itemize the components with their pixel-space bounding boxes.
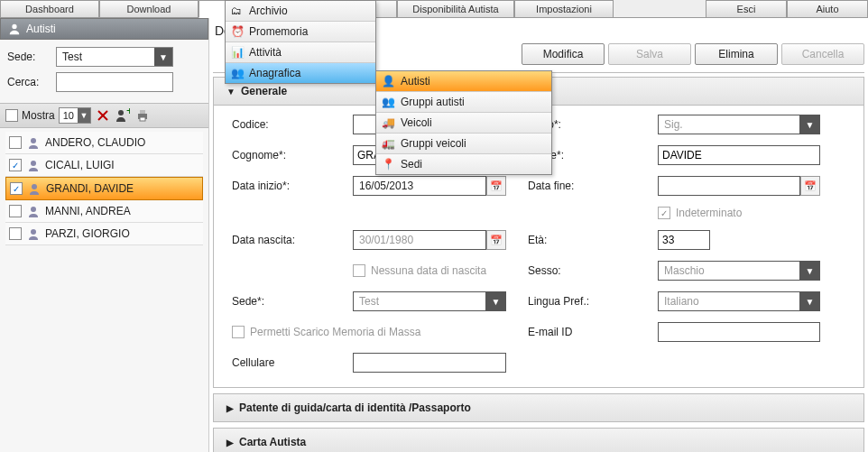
select-all-checkbox[interactable]: [5, 109, 18, 122]
activity-icon: 📊: [231, 46, 244, 59]
modifica-button[interactable]: Modifica: [522, 43, 605, 65]
section-title: Patente di guida/carta di identità /Pass…: [239, 401, 471, 414]
submenu-label: Gruppi veicoli: [401, 137, 466, 150]
list-item[interactable]: PARZI, GIORGIO: [5, 223, 203, 245]
archive-icon: 🗂: [231, 5, 244, 17]
cognome-label: Cognome*:: [232, 149, 331, 161]
calendar-icon[interactable]: 📅: [800, 176, 820, 196]
driver-name: PARZI, GIORGIO: [45, 227, 130, 240]
codice-label: Codice:: [232, 118, 331, 131]
data-inizio-input[interactable]: 16/05/2013 📅: [353, 176, 506, 196]
sede-select[interactable]: Test ▼: [56, 47, 173, 67]
elimina-button[interactable]: Elimina: [695, 43, 778, 65]
chevron-right-icon: ▶: [226, 403, 234, 413]
sede-form-select[interactable]: Test ▼: [353, 291, 506, 311]
sidebar-title-text: Autisti: [26, 23, 56, 35]
menu-label: Anagrafica: [249, 67, 300, 79]
nessuna-nascita-checkbox[interactable]: Nessuna data di nascita: [353, 264, 506, 277]
svg-point-10: [32, 184, 37, 189]
section-patente-header[interactable]: ▶ Patente di guida/carta di identità /Pa…: [213, 393, 864, 422]
submenu-item-gruppi-veicoli[interactable]: 🚛 Gruppi veicoli: [376, 133, 551, 153]
sede-value: Test: [57, 48, 154, 66]
list-checkbox[interactable]: ✓: [10, 182, 23, 195]
list-item[interactable]: ✓ CICALI, LUIGI: [5, 154, 203, 177]
tab-dashboard[interactable]: Dashboard: [0, 0, 99, 18]
cancella-button[interactable]: Cancella: [781, 43, 864, 65]
titolo-select[interactable]: Sig. ▼: [658, 115, 820, 134]
user-icon: [27, 159, 40, 171]
nome-input[interactable]: [658, 145, 820, 165]
sesso-select[interactable]: Maschio ▼: [658, 261, 820, 281]
cellulare-label: Cellulare: [232, 356, 331, 369]
sidebar-toolbar: Mostra 10 ▼ +: [0, 103, 208, 128]
eta-input[interactable]: [658, 230, 710, 250]
permetti-label: Permetti Scarico Memoria di Massa: [250, 326, 420, 338]
mostra-select[interactable]: 10 ▼: [59, 107, 91, 124]
delete-icon[interactable]: [95, 107, 111, 124]
menu-label: Promemoria: [249, 25, 308, 38]
list-checkbox[interactable]: [9, 205, 22, 217]
pin-icon: 📍: [382, 158, 395, 171]
submenu-item-gruppi-autisti[interactable]: 👥 Gruppi autisti: [376, 91, 551, 112]
sede-label: Sede:: [7, 51, 49, 63]
chevron-down-icon: ▼: [800, 291, 820, 311]
section-carta-header[interactable]: ▶ Carta Autista: [213, 428, 864, 452]
svg-rect-7: [140, 117, 145, 121]
tab-aiuto[interactable]: Aiuto: [787, 0, 868, 18]
data-fine-value: [658, 176, 800, 196]
tab-esci[interactable]: Esci: [706, 0, 787, 18]
list-item[interactable]: ✓ GRANDI, DAVIDE: [5, 177, 203, 200]
nav-spacer: [614, 0, 706, 18]
menu-label: Archivio: [249, 5, 288, 17]
data-nascita-input[interactable]: 30/01/1980 📅: [353, 230, 506, 250]
submenu-item-veicoli[interactable]: 🚚 Veicoli: [376, 112, 551, 133]
cellulare-input[interactable]: [353, 353, 506, 373]
chevron-right-icon: ▶: [226, 438, 234, 447]
sidebar-filters: Sede: Test ▼ Cerca:: [0, 40, 208, 103]
data-inizio-label: Data inizio*:: [232, 180, 331, 192]
permetti-checkbox[interactable]: Permetti Scarico Memoria di Massa: [232, 326, 506, 338]
list-item[interactable]: MANNI, ANDREA: [5, 200, 203, 223]
data-fine-input[interactable]: 📅: [658, 176, 820, 196]
list-checkbox[interactable]: [9, 227, 22, 240]
indeterminato-label: Indeterminato: [676, 207, 742, 219]
indeterminato-checkbox[interactable]: ✓ Indeterminato: [658, 207, 820, 219]
section-title: Generale: [241, 85, 287, 97]
sede-form-value: Test: [353, 291, 486, 311]
calendar-icon[interactable]: 📅: [486, 176, 506, 196]
cerca-input[interactable]: [56, 72, 173, 92]
email-input[interactable]: [658, 322, 820, 342]
submenu-label: Gruppi autisti: [401, 96, 465, 108]
lingua-value: Italiano: [658, 291, 800, 311]
anagrafica-submenu: 👤 Autisti 👥 Gruppi autisti 🚚 Veicoli 🚛 G…: [375, 70, 552, 175]
svg-point-11: [31, 207, 36, 212]
list-item[interactable]: ANDERO, CLAUDIO: [5, 132, 203, 154]
submenu-item-sedi[interactable]: 📍 Sedi: [376, 153, 551, 174]
driver-name: GRANDI, DAVIDE: [46, 182, 134, 195]
cerca-label: Cerca:: [7, 76, 49, 88]
svg-rect-6: [140, 110, 145, 114]
menu-item-anagrafica[interactable]: 👥 Anagrafica: [226, 62, 375, 83]
tab-disponibilita[interactable]: Disponibilità Autista: [397, 0, 514, 18]
users-icon: 👥: [382, 96, 395, 108]
lingua-select[interactable]: Italiano ▼: [658, 291, 820, 311]
svg-point-3: [118, 110, 124, 115]
menu-item-archivio[interactable]: 🗂 Archivio: [226, 1, 375, 21]
add-user-icon[interactable]: +: [115, 107, 131, 124]
tab-download[interactable]: Download: [99, 0, 199, 18]
truck-icon: 🚚: [382, 116, 395, 129]
menu-item-promemoria[interactable]: ⏰ Promemoria: [226, 21, 375, 42]
driver-name: CICALI, LUIGI: [45, 159, 115, 171]
print-icon[interactable]: [134, 107, 151, 124]
top-nav: Dashboard Download Archivio Report Dispo…: [0, 0, 868, 18]
tab-impostazioni[interactable]: Impostazioni: [514, 0, 614, 18]
submenu-item-autisti[interactable]: 👤 Autisti: [376, 71, 551, 91]
list-checkbox[interactable]: ✓: [9, 159, 22, 171]
menu-item-attivita[interactable]: 📊 Attività: [226, 42, 375, 62]
user-icon: [27, 227, 40, 240]
calendar-icon[interactable]: 📅: [486, 230, 506, 250]
list-checkbox[interactable]: [9, 136, 22, 149]
driver-name: ANDERO, CLAUDIO: [45, 136, 145, 149]
trucks-icon: 🚛: [382, 137, 395, 150]
salva-button[interactable]: Salva: [608, 43, 691, 65]
